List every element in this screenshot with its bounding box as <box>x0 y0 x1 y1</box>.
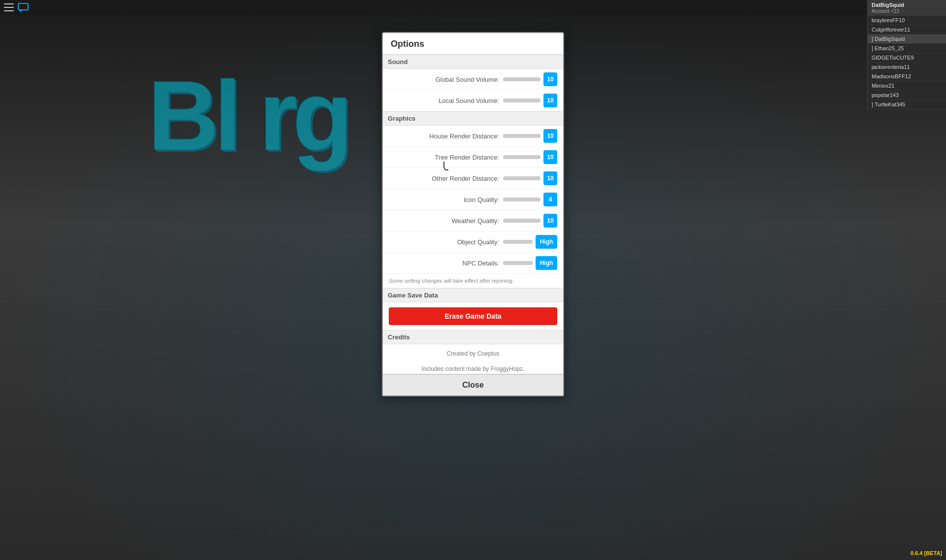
dialog-body[interactable]: Sound Global Sound Volume: 10 Local Soun… <box>383 55 563 374</box>
dialog-overlay: Options Sound Global Sound Volume: 10 Lo… <box>0 0 946 560</box>
setting-label-npc-details: NPC Details: <box>391 260 499 267</box>
value-icon-quality: 4 <box>543 193 557 206</box>
setting-tree-render: Tree Render Distance: 10 <box>383 147 563 168</box>
chat-icon[interactable] <box>18 3 29 12</box>
player-list: brayleesFF10 Cutgirlforever11 ] DatBigSq… <box>868 16 946 109</box>
slider-icon-quality[interactable] <box>503 198 541 201</box>
setting-npc-details: NPC Details: High <box>383 253 563 274</box>
version-badge: 0.6.4 [BETA] <box>911 550 942 556</box>
value-local-sound: 10 <box>543 94 557 107</box>
value-global-sound: 10 <box>543 72 557 86</box>
section-graphics: Graphics <box>383 111 563 126</box>
setting-local-sound: Local Sound Volume: 10 <box>383 90 563 111</box>
setting-control-weather-quality[interactable]: 10 <box>503 214 557 228</box>
menu-icon[interactable] <box>4 3 14 11</box>
section-credits: Credits <box>383 330 563 344</box>
value-house-render: 10 <box>543 129 557 143</box>
options-dialog: Options Sound Global Sound Volume: 10 Lo… <box>382 32 564 396</box>
setting-icon-quality: Icon Quality: 4 <box>383 189 563 210</box>
settings-note: Some setting changes will take effect af… <box>383 274 563 288</box>
setting-label-tree-render: Tree Render Distance: <box>391 154 499 161</box>
setting-label-local-sound: Local Sound Volume: <box>391 97 499 104</box>
setting-control-icon-quality[interactable]: 4 <box>503 193 557 206</box>
player-item-self[interactable]: ] DatBigSquid <box>868 34 946 44</box>
setting-control-tree-render[interactable]: 10 <box>503 150 557 164</box>
player-item[interactable]: Mimixx21 <box>868 81 946 91</box>
player-item[interactable]: popstar143 <box>868 91 946 100</box>
slider-object-quality[interactable] <box>503 240 533 244</box>
slider-global-sound[interactable] <box>503 77 541 81</box>
player-item[interactable]: GIDGETisCUTE9 <box>868 53 946 63</box>
slider-house-render[interactable] <box>503 134 541 138</box>
setting-global-sound: Global Sound Volume: 10 <box>383 69 563 90</box>
player-item[interactable]: Cutgirlforever11 <box>868 25 946 34</box>
credits-line-1: Created by Coeptus <box>389 349 557 359</box>
setting-control-object-quality[interactable]: High <box>503 235 557 249</box>
topbar-left <box>0 3 29 12</box>
setting-label-other-render: Other Render Distance: <box>391 175 499 182</box>
setting-control-other-render[interactable]: 10 <box>503 171 557 185</box>
account-sub: Account <13 <box>872 8 899 14</box>
setting-label-global-sound: Global Sound Volume: <box>391 76 499 83</box>
value-weather-quality: 10 <box>543 214 557 228</box>
setting-house-render: House Render Distance: 10 <box>383 126 563 147</box>
slider-weather-quality[interactable] <box>503 219 541 223</box>
slider-other-render[interactable] <box>503 176 541 180</box>
topbar <box>0 0 946 15</box>
svg-rect-0 <box>18 3 28 10</box>
setting-weather-quality: Weather Quality: 10 <box>383 210 563 231</box>
dialog-footer: Close <box>383 374 563 395</box>
setting-label-object-quality: Object Quality: <box>391 238 499 246</box>
setting-label-icon-quality: Icon Quality: <box>391 196 499 203</box>
section-sound: Sound <box>383 55 563 69</box>
player-item[interactable]: ] TurtleKat345 <box>868 100 946 109</box>
value-npc-details: High <box>536 256 557 270</box>
slider-tree-render[interactable] <box>503 155 541 159</box>
close-button[interactable]: Close <box>383 375 563 395</box>
slider-local-sound[interactable] <box>503 99 541 102</box>
dialog-title: Options <box>383 33 563 55</box>
credits-line-2: Includes content made by FroggyHopz,iiSa… <box>389 364 557 374</box>
section-game-save: Game Save Data <box>383 288 563 302</box>
setting-label-weather-quality: Weather Quality: <box>391 217 499 225</box>
setting-control-npc-details[interactable]: High <box>503 256 557 270</box>
setting-object-quality: Object Quality: High <box>383 231 563 253</box>
setting-other-render: Other Render Distance: 10 <box>383 168 563 189</box>
setting-control-house-render[interactable]: 10 <box>503 129 557 143</box>
player-item[interactable]: brayleesFF10 <box>868 16 946 25</box>
account-header: DatBigSquid Account <13 <box>868 0 946 16</box>
value-object-quality: High <box>536 235 557 249</box>
player-item[interactable]: jackierenteria11 <box>868 63 946 72</box>
value-other-render: 10 <box>543 171 557 185</box>
slider-npc-details[interactable] <box>503 261 533 265</box>
account-username: DatBigSquid <box>872 2 904 8</box>
setting-label-house-render: House Render Distance: <box>391 132 499 140</box>
account-panel: DatBigSquid Account <13 brayleesFF10 Cut… <box>867 0 946 109</box>
setting-control-local-sound[interactable]: 10 <box>503 94 557 107</box>
erase-game-data-button[interactable]: Erase Game Data <box>389 307 557 325</box>
setting-control-global-sound[interactable]: 10 <box>503 72 557 86</box>
value-tree-render: 10 <box>543 150 557 164</box>
credits-content: Created by Coeptus Includes content made… <box>383 344 563 374</box>
player-item[interactable]: ] Ethan25_25 <box>868 44 946 53</box>
player-item[interactable]: MadisonsBFF12 <box>868 72 946 81</box>
